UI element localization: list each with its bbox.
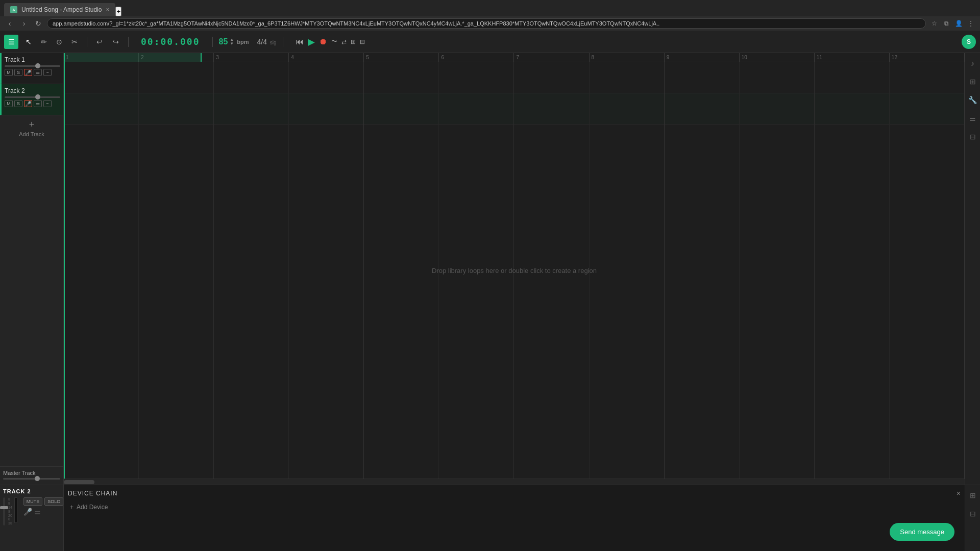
track-item-2[interactable]: Track 2 M S 🎤 ⚌ ~ xyxy=(0,84,63,115)
grid-col-9 xyxy=(665,62,740,479)
track-2-name: Track 2 xyxy=(5,87,60,94)
h-scroll-thumb[interactable] xyxy=(64,480,94,484)
bookmark-icon[interactable]: ☆ xyxy=(929,18,939,29)
user-avatar[interactable]: S xyxy=(962,35,976,49)
track-1-slider-thumb[interactable] xyxy=(35,63,40,68)
track-list: Track 1 M S 🎤 ⚌ ~ xyxy=(0,53,63,466)
reload-button[interactable]: ↻ xyxy=(33,18,44,29)
url-text: app.ampedstudio.com/?_gl=1*zkt20c*_ga*MT… xyxy=(53,20,659,27)
back-button[interactable]: ‹ xyxy=(4,18,15,29)
record-button[interactable]: ⏺ xyxy=(319,37,327,46)
menu-dots-icon[interactable]: ⋮ xyxy=(966,18,976,29)
time-sig-suffix: sig xyxy=(270,40,277,45)
loop-button[interactable]: ⇄ xyxy=(341,38,347,45)
fader-track-el xyxy=(3,497,5,525)
device-chain-panel: DEVICE CHAIN × + Add Device xyxy=(64,485,965,551)
grid-col-8 xyxy=(590,62,665,479)
bottom-mute-button[interactable]: MUTE xyxy=(23,497,43,506)
tab-favicon: A xyxy=(10,6,17,13)
main-area: Track 1 M S 🎤 ⚌ ~ xyxy=(0,53,980,485)
bottom-controls-area: 8 8 14 8 20 8 38 MUTE SOLO xyxy=(3,497,60,548)
track-1-automation-button[interactable]: ~ xyxy=(43,69,52,76)
fader-thumb-el[interactable] xyxy=(0,506,8,509)
toolbar-right: S xyxy=(962,35,976,49)
h-scrollbar[interactable] xyxy=(64,479,965,485)
profile-icon[interactable]: 👤 xyxy=(953,18,964,29)
track-2-slider-thumb[interactable] xyxy=(35,94,40,99)
track-2-solo-button[interactable]: S xyxy=(14,100,22,107)
track-2-automation-button[interactable]: ~ xyxy=(43,100,52,107)
grid-snap-button[interactable]: ⊞ xyxy=(351,38,356,45)
bpm-value: 85 xyxy=(219,37,228,46)
tools-group: ↖ ✏ ⊙ ✂ xyxy=(22,36,81,48)
loop-region[interactable] xyxy=(64,53,202,62)
time-tool-button[interactable]: ⊙ xyxy=(53,36,65,48)
bottom-right-icon-1[interactable]: ⊞ xyxy=(967,489,979,502)
redo-button[interactable]: ↪ xyxy=(110,36,122,48)
bottom-eq-button[interactable]: ⚌ xyxy=(34,508,41,516)
bottom-arm-record-button[interactable]: 🎤 xyxy=(23,508,32,516)
bpm-down-arrow[interactable]: ▼ xyxy=(230,42,234,46)
track-2-arm-button[interactable]: 🎤 xyxy=(24,100,32,107)
track-2-volume-slider[interactable] xyxy=(5,96,60,98)
add-device-button[interactable]: + Add Device xyxy=(68,502,961,513)
ruler-mark-4: 4 xyxy=(289,53,364,62)
bottom-solo-button[interactable]: SOLO xyxy=(44,497,63,506)
add-device-plus-icon: + xyxy=(70,504,74,511)
grid-columns xyxy=(64,62,965,479)
cut-tool-button[interactable]: ✂ xyxy=(68,36,81,48)
right-panel-icon-5[interactable]: ⊟ xyxy=(967,131,979,143)
menu-button[interactable]: ☰ xyxy=(4,35,18,49)
tracks-canvas[interactable]: Drop library loops here or double click … xyxy=(64,62,965,479)
right-panel-icon-3[interactable]: 🔧 xyxy=(967,94,979,106)
undo-button[interactable]: ↩ xyxy=(93,36,106,48)
track-1-controls: M S 🎤 ⚌ ~ xyxy=(5,69,60,76)
pencil-tool-button[interactable]: ✏ xyxy=(38,36,50,48)
grid-col-4 xyxy=(289,62,364,479)
track-1-slider-row xyxy=(5,65,60,67)
track-2-eq-button[interactable]: ⚌ xyxy=(34,100,42,107)
bottom-right-icon-2[interactable]: ⊟ xyxy=(967,508,979,520)
track-1-volume-slider[interactable] xyxy=(5,65,60,67)
tab-close-icon[interactable]: × xyxy=(106,6,109,13)
mute-solo-icon-col: MUTE SOLO 🎤 ⚌ xyxy=(23,497,64,516)
automation-button[interactable]: 〜 xyxy=(331,37,337,46)
bottom-right-panel: ⊞ ⊟ xyxy=(965,485,980,551)
forward-button[interactable]: › xyxy=(18,18,30,29)
level-meter-section: 8 8 14 8 20 8 38 xyxy=(8,497,18,525)
extensions-icon[interactable]: ⧉ xyxy=(941,18,951,29)
track-1-eq-button[interactable]: ⚌ xyxy=(34,69,42,76)
play-button[interactable]: ▶ xyxy=(308,36,315,47)
right-panel-icon-4[interactable]: ⚌ xyxy=(967,112,979,124)
timeline-ruler: 1 2 3 4 5 6 7 8 9 10 11 12 xyxy=(64,53,965,62)
rewind-button[interactable]: ⏮ xyxy=(296,37,304,46)
right-panel-icon-1[interactable]: ♪ xyxy=(967,57,979,69)
daw-right-wrapper: 1 2 3 4 5 6 7 8 9 10 11 12 xyxy=(64,53,965,485)
grid-col-3 xyxy=(214,62,289,479)
separator-1 xyxy=(87,37,87,47)
level-meter-bar xyxy=(14,497,17,523)
time-sig-display: 4/4 sig xyxy=(257,38,277,46)
new-tab-button[interactable]: + xyxy=(115,7,121,16)
ruler-mark-12: 12 xyxy=(890,53,965,62)
add-device-label: Add Device xyxy=(77,504,108,511)
send-message-button[interactable]: Send message xyxy=(890,523,954,541)
track-item-1[interactable]: Track 1 M S 🎤 ⚌ ~ xyxy=(0,53,63,84)
right-panel-icon-2[interactable]: ⊞ xyxy=(967,76,979,88)
separator-4 xyxy=(283,37,283,47)
grid-col-1 xyxy=(64,62,139,479)
add-track-button[interactable]: + Add Track xyxy=(0,115,63,141)
track-1-solo-button[interactable]: S xyxy=(14,69,22,76)
track-2-mute-button[interactable]: M xyxy=(5,100,13,107)
track-1-arm-button[interactable]: 🎤 xyxy=(24,69,32,76)
master-slider-thumb[interactable] xyxy=(35,476,40,481)
time-sig-value: 4/4 xyxy=(257,38,267,46)
url-bar[interactable]: app.ampedstudio.com/?_gl=1*zkt20c*_ga*MT… xyxy=(47,18,926,29)
quantize-button[interactable]: ⊟ xyxy=(360,38,365,45)
track-1-mute-button[interactable]: M xyxy=(5,69,13,76)
select-tool-button[interactable]: ↖ xyxy=(22,36,35,48)
active-tab[interactable]: A Untitled Song - Amped Studio × xyxy=(4,3,115,16)
ruler-mark-9: 9 xyxy=(665,53,740,62)
master-track: Master Track xyxy=(0,466,63,485)
device-chain-close-button[interactable]: × xyxy=(957,489,961,497)
